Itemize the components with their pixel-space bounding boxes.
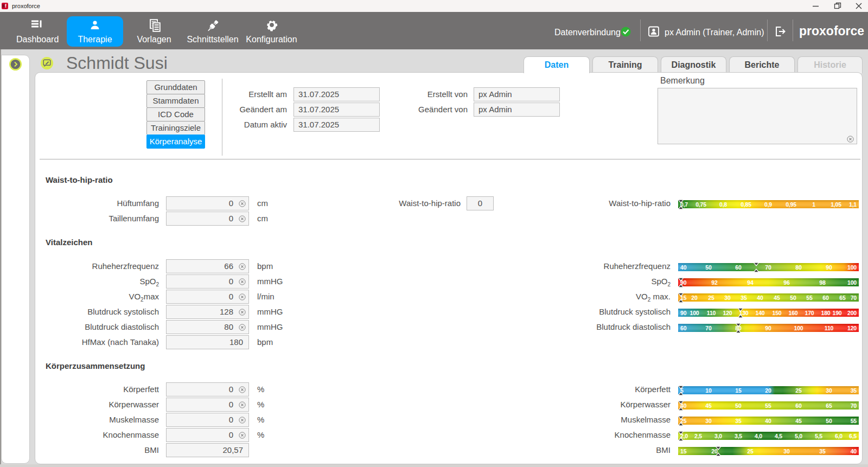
svg-text:f: f: [5, 4, 7, 9]
